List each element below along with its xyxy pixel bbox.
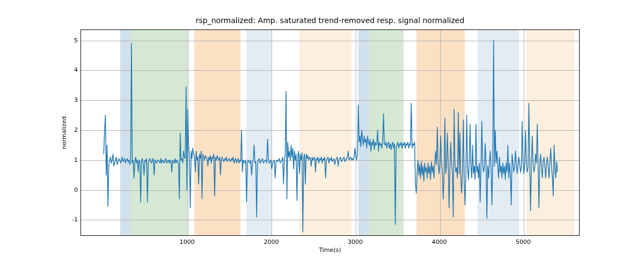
chart-title: rsp_normalized: Amp. saturated trend-rem… — [80, 16, 580, 25]
y-tick-label: -1 — [64, 216, 78, 223]
figure: rsp_normalized: Amp. saturated trend-rem… — [0, 0, 644, 268]
x-tick-label: 2000 — [264, 239, 279, 245]
x-tick-label: 4000 — [432, 239, 447, 245]
x-tick-label: 3000 — [348, 239, 363, 245]
x-tick-label: 1000 — [180, 239, 195, 245]
y-tick-label: 2 — [64, 126, 78, 133]
x-tick-label: 5000 — [516, 239, 531, 245]
plot-area — [80, 29, 580, 236]
y-tick-label: 5 — [64, 36, 78, 43]
y-tick-label: 1 — [64, 156, 78, 163]
signal-line — [104, 41, 557, 232]
y-tick-label: 3 — [64, 96, 78, 103]
x-axis-label: Time(s) — [80, 247, 580, 254]
y-tick-label: 4 — [64, 66, 78, 73]
signal-svg — [81, 30, 580, 236]
y-tick-label: 0 — [64, 186, 78, 193]
